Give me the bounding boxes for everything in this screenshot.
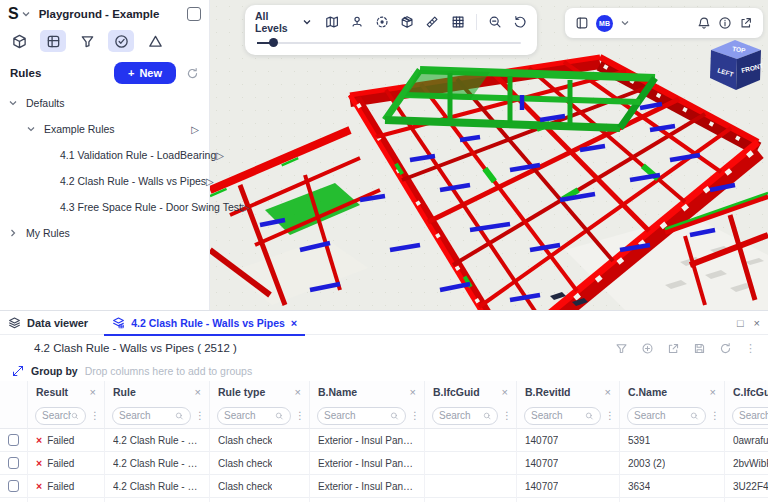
measure-icon[interactable]	[425, 14, 439, 30]
row-checkbox[interactable]	[8, 434, 19, 446]
run-rule-icon[interactable]: ▷	[216, 150, 224, 161]
chevron-down-icon[interactable]	[620, 18, 630, 28]
run-rule-icon[interactable]: ▷	[191, 124, 199, 135]
maximize-panel-icon[interactable]: □	[737, 317, 744, 329]
refresh-icon[interactable]	[719, 342, 732, 355]
search-input-b-ifcguid[interactable]	[439, 410, 483, 421]
panel-icon	[46, 34, 61, 49]
zoom-icon[interactable]	[488, 14, 502, 30]
close-panel-icon[interactable]: ×	[754, 317, 760, 329]
table-row[interactable]	[0, 498, 768, 502]
result-value: Failed	[47, 481, 74, 492]
table-row[interactable]: ×Failed 4.2 Clash Rule - Walls vs... Cla…	[0, 429, 768, 452]
tree-item-rule-41[interactable]: 4.1 Validation Rule - LoadBearing ▷	[0, 142, 209, 168]
tree-label: 4.2 Clash Rule - Walls vs Pipes	[60, 175, 206, 187]
plus-icon: +	[128, 67, 134, 79]
section-cube-icon[interactable]	[400, 14, 414, 30]
column-menu-icon[interactable]: ⋮	[410, 410, 420, 421]
column-menu-icon[interactable]: ⋮	[90, 410, 100, 421]
remove-column-icon[interactable]: ×	[710, 386, 716, 398]
levels-dropdown[interactable]: All Levels	[255, 10, 312, 34]
search-input-b-name[interactable]	[324, 410, 390, 421]
table-row[interactable]: ×Failed 4.2 Clash Rule - Walls vs... Cla…	[0, 452, 768, 475]
tree-item-rule-42[interactable]: 4.2 Clash Rule - Walls vs Pipes ▷	[0, 168, 209, 194]
tab-label: 4.2 Clash Rule - Walls vs Pipes	[131, 317, 285, 329]
b-revitid-value: 140707	[525, 481, 558, 492]
refresh-rules-icon[interactable]	[186, 67, 199, 80]
remove-column-icon[interactable]: ×	[502, 386, 508, 398]
notifications-bell-icon[interactable]	[697, 16, 711, 30]
column-menu-icon[interactable]: ⋮	[710, 410, 720, 421]
tree-label: 4.3 Free Space Rule - Door Swing Test	[60, 201, 242, 213]
tree-item-rule-43[interactable]: 4.3 Free Space Rule - Door Swing Test ▷	[0, 194, 209, 220]
run-rule-icon[interactable]: ▷	[242, 202, 250, 213]
sidebar: S Playground - Example Rules	[0, 0, 210, 310]
remove-column-icon[interactable]: ×	[295, 386, 301, 398]
table-row[interactable]: ×Failed 4.2 Clash Rule - Walls vs... Cla…	[0, 475, 768, 498]
focus-icon[interactable]	[375, 14, 389, 30]
panel-toggle-icon[interactable]	[575, 16, 589, 30]
search-input-c-ifcguid[interactable]	[739, 410, 768, 421]
remove-column-icon[interactable]: ×	[410, 386, 416, 398]
grid-icon[interactable]	[451, 14, 465, 30]
column-menu-icon[interactable]: ⋮	[502, 410, 512, 421]
column-header-c-name[interactable]: C.Name×	[620, 381, 725, 403]
row-checkbox[interactable]	[8, 480, 19, 492]
orbit-icon[interactable]	[350, 14, 364, 30]
search-input-result[interactable]	[42, 410, 71, 421]
column-header-rule[interactable]: Rule×	[105, 381, 210, 403]
avatar[interactable]: MB	[596, 15, 613, 32]
remove-column-icon[interactable]: ×	[195, 386, 201, 398]
column-header-c-ifcguid[interactable]: C.IfcGuid×	[725, 381, 768, 403]
slider-track[interactable]	[257, 42, 521, 44]
layout-tab-button[interactable]	[40, 30, 66, 52]
chevron-down-icon[interactable]	[21, 9, 31, 19]
more-options-icon[interactable]: ⋮	[745, 342, 756, 355]
toolbar-divider	[476, 14, 477, 30]
tree-item-example-rules[interactable]: Example Rules ▷	[0, 116, 209, 142]
tree-item-defaults[interactable]: Defaults	[0, 90, 209, 116]
column-header-b-ifcguid[interactable]: B.IfcGuid×	[425, 381, 517, 403]
issues-tab-button[interactable]	[142, 30, 168, 52]
table-header-row: Result× Rule× Rule type× B.Name× B.IfcGu…	[0, 381, 768, 403]
info-icon[interactable]	[718, 16, 732, 30]
tab-clash-rule[interactable]: 4.2 Clash Rule - Walls vs Pipes ×	[104, 311, 305, 335]
column-menu-icon[interactable]: ⋮	[195, 410, 205, 421]
column-header-result[interactable]: Result×	[28, 381, 105, 403]
group-by-bar[interactable]: Group by Drop columns here to add to gro…	[0, 361, 768, 381]
close-tab-icon[interactable]: ×	[291, 317, 297, 329]
export-icon[interactable]	[667, 342, 680, 355]
filter-tab-button[interactable]	[74, 30, 100, 52]
column-menu-icon[interactable]: ⋮	[295, 410, 305, 421]
column-header-rule-type[interactable]: Rule type×	[210, 381, 310, 403]
remove-column-icon[interactable]: ×	[605, 386, 611, 398]
new-rule-button[interactable]: + New	[114, 62, 176, 84]
app-logo[interactable]: S	[8, 5, 19, 23]
search-input-b-revitid[interactable]	[531, 410, 585, 421]
share-icon[interactable]	[739, 16, 753, 30]
rules-tab-button[interactable]	[108, 30, 134, 52]
save-icon[interactable]	[693, 342, 706, 355]
column-menu-icon[interactable]: ⋮	[605, 410, 615, 421]
layers-icon	[8, 316, 21, 329]
column-header-b-name[interactable]: B.Name×	[310, 381, 425, 403]
collapse-panel-icon[interactable]	[187, 7, 201, 21]
navigation-cube[interactable]: TOP LEFT FRONT	[706, 38, 766, 100]
models-tab-button[interactable]	[6, 30, 32, 52]
run-rule-icon[interactable]: ▷	[206, 176, 214, 187]
filter-icon[interactable]	[615, 342, 628, 355]
column-header-b-revitid[interactable]: B.RevitId×	[517, 381, 620, 403]
data-viewer-title-group: Data viewer	[8, 316, 88, 329]
map-icon[interactable]	[325, 14, 339, 30]
search-input-rule[interactable]	[119, 410, 175, 421]
cube-icon	[12, 34, 27, 49]
row-checkbox[interactable]	[8, 457, 19, 469]
reset-view-icon[interactable]	[513, 14, 527, 30]
slider-handle[interactable]	[269, 38, 278, 47]
triangle-icon	[148, 34, 163, 49]
add-circle-icon[interactable]	[641, 342, 654, 355]
search-input-c-name[interactable]	[634, 410, 690, 421]
search-input-rule-type[interactable]	[224, 410, 275, 421]
remove-column-icon[interactable]: ×	[90, 386, 96, 398]
tree-item-my-rules[interactable]: My Rules	[0, 220, 209, 246]
